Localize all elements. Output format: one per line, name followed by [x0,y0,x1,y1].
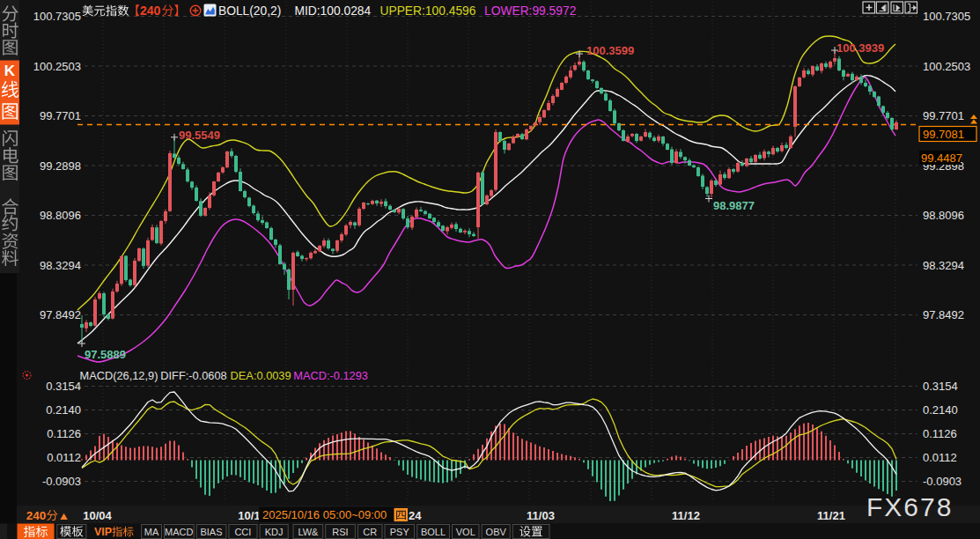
svg-text:0.1126: 0.1126 [923,427,957,440]
svg-text:0.0112: 0.0112 [923,451,957,464]
svg-text:0.2140: 0.2140 [923,403,958,417]
svg-text:BOLL(20,2): BOLL(20,2) [218,4,281,18]
svg-text:98.3294: 98.3294 [40,259,81,272]
svg-text:99.2898: 99.2898 [40,159,81,173]
svg-text:VOL: VOL [456,527,475,537]
svg-text:MID:100.0284: MID:100.0284 [295,4,372,18]
svg-text:PSY: PSY [390,527,410,537]
svg-text:98.8096: 98.8096 [40,209,81,222]
svg-text:100.3939: 100.3939 [836,41,884,55]
svg-text:0.0112: 0.0112 [47,451,81,464]
svg-text:CCI: CCI [234,527,251,537]
svg-text:100.7305: 100.7305 [33,10,81,23]
svg-text:-0.0903: -0.0903 [42,475,81,488]
svg-text:LW&: LW& [298,527,319,537]
svg-text:LOWER:99.5972: LOWER:99.5972 [484,4,576,18]
svg-text:99.4487: 99.4487 [921,151,962,165]
svg-text:100.3599: 100.3599 [586,44,634,57]
svg-text:UPPER:100.4596: UPPER:100.4596 [380,4,476,18]
svg-text:97.5889: 97.5889 [85,348,126,361]
svg-text:-0.0903: -0.0903 [923,475,962,488]
svg-text:OBV: OBV [486,527,507,537]
svg-text:0.3154: 0.3154 [923,380,958,393]
svg-text:97.8492: 97.8492 [923,308,964,321]
svg-text:99.7701: 99.7701 [923,109,964,122]
svg-text:240: 240 [140,4,161,18]
svg-text:RSI: RSI [332,527,348,537]
svg-text:0.2140: 0.2140 [46,403,81,417]
svg-text:CR: CR [363,527,377,537]
svg-text:100.2503: 100.2503 [923,60,970,73]
svg-text:97.8492: 97.8492 [40,308,81,321]
svg-text:98.9877: 98.9877 [713,199,755,212]
svg-text:BIAS: BIAS [200,527,222,537]
svg-text:DEA:0.0039: DEA:0.0039 [231,369,291,382]
svg-text:11/12: 11/12 [672,509,700,522]
svg-text:2025/10/16 05:00~09:00: 2025/10/16 05:00~09:00 [262,508,387,521]
svg-text:100.2503: 100.2503 [33,60,81,73]
svg-text:98.8096: 98.8096 [923,209,964,222]
svg-text:MACD(26,12,9): MACD(26,12,9) [80,369,158,382]
svg-text:MACD:-0.1293: MACD:-0.1293 [293,369,368,382]
svg-text:MA: MA [144,527,159,537]
svg-text:DIFF:-0.0608: DIFF:-0.0608 [160,369,226,382]
svg-text:KDJ: KDJ [265,527,284,537]
svg-text:VIP: VIP [94,526,112,538]
svg-text:99.5549: 99.5549 [179,129,220,142]
svg-text:K: K [4,63,16,79]
svg-text:98.3294: 98.3294 [923,259,964,272]
svg-text:240: 240 [26,509,47,522]
svg-text:0.3154: 0.3154 [46,380,81,393]
svg-text:BOLL: BOLL [421,527,446,537]
svg-text:24: 24 [409,509,422,522]
svg-text:99.7081: 99.7081 [923,128,964,141]
svg-text:0.1126: 0.1126 [47,427,81,440]
svg-text:11/03: 11/03 [527,509,555,522]
svg-text:MACD: MACD [165,527,193,537]
svg-text:100.7305: 100.7305 [923,10,970,23]
svg-text:FX678: FX678 [866,492,953,521]
svg-text:10/04: 10/04 [83,509,112,522]
svg-text:99.7701: 99.7701 [40,109,81,122]
svg-text:11/21: 11/21 [817,509,845,522]
